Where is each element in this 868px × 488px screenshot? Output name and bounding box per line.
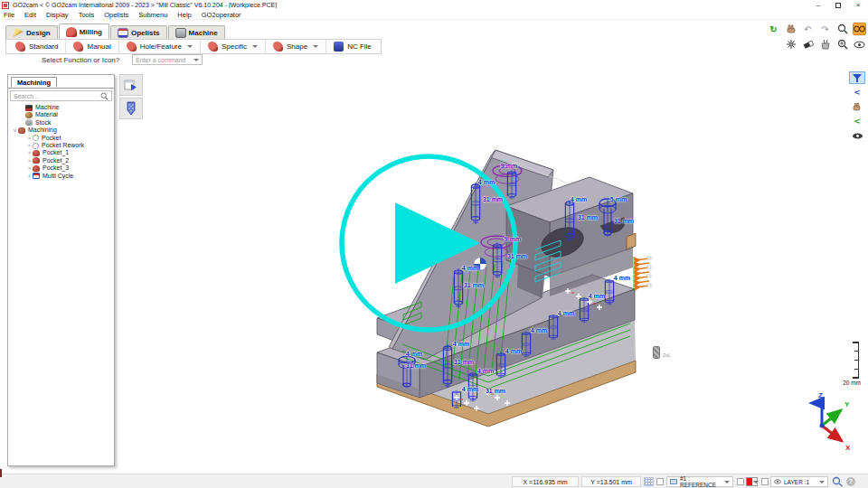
grab-tool-button[interactable] — [849, 100, 865, 113]
tree-node-icon — [18, 127, 25, 134]
pan-hand-icon[interactable] — [784, 23, 797, 35]
command-prompt-label: Select Function or Icon? — [42, 56, 119, 64]
tree-node-icon — [25, 105, 33, 111]
brush-cup-icon[interactable] — [818, 38, 832, 51]
window-title: GO2cam < © GO2cam International 2009 - 2… — [13, 2, 808, 8]
tree-node[interactable]: > Pocket — [8, 135, 114, 142]
statusbar: X =116.935 mm Y =13.501 mm #1 : REFERENC… — [0, 474, 868, 488]
tool-manager-button[interactable] — [119, 98, 143, 119]
toolbar-button[interactable]: Specific — [201, 40, 266, 53]
filter-button[interactable] — [849, 71, 865, 84]
menu-item[interactable]: Display — [46, 11, 69, 19]
search-icon — [100, 92, 108, 100]
ribbon-tab[interactable]: Opelists — [110, 25, 167, 39]
titlebar: GO2cam < © GO2cam International 2009 - 2… — [0, 0, 868, 10]
chevron-down-icon[interactable] — [193, 59, 199, 61]
zoom-icon[interactable] — [835, 23, 849, 35]
step-back-button[interactable]: < — [849, 115, 865, 127]
chevron-down-icon[interactable] — [724, 481, 730, 483]
view-icon-cluster: ↻ ↶ ↷ — [758, 23, 866, 53]
simulation-play-button[interactable] — [119, 74, 143, 96]
tree-node[interactable]: Machine — [8, 104, 114, 111]
expander-icon[interactable]: > — [26, 149, 33, 156]
refresh-icon[interactable]: ↻ — [767, 23, 780, 35]
tree-node[interactable]: Stock — [8, 119, 114, 127]
expander-icon[interactable]: > — [26, 135, 33, 142]
glasses-icon[interactable] — [853, 23, 866, 35]
cursor-y-readout: Y =13.501 mm — [581, 476, 641, 487]
panel-tab-machining[interactable]: Machining — [11, 77, 57, 88]
tree-node[interactable]: > Pocket_1 — [8, 149, 114, 156]
app-icon — [2, 2, 9, 9]
maximize-button[interactable] — [828, 0, 848, 10]
approach-arrows — [636, 257, 651, 287]
plane-icon — [670, 479, 677, 484]
undo-icon[interactable]: ↶ — [801, 23, 815, 35]
layer-dropdown[interactable]: LAYER :1 — [770, 476, 828, 487]
tree-search-input[interactable]: Search... — [10, 90, 112, 101]
chevron-down-icon[interactable] — [753, 481, 759, 483]
ribbon-tab[interactable]: Milling — [59, 23, 109, 39]
collapse-left-button[interactable]: < — [849, 86, 865, 99]
tree-node-icon — [33, 143, 39, 149]
menu-item[interactable]: Help — [177, 11, 191, 19]
tool-icon — [73, 42, 83, 52]
tree-node[interactable]: v Machining — [8, 127, 114, 134]
hide-element-button[interactable] — [849, 129, 865, 142]
toolbar-button[interactable]: Shape — [266, 40, 326, 53]
expander-icon[interactable]: > — [26, 173, 33, 180]
toolbar-button[interactable]: Manual — [66, 40, 118, 53]
command-combobox[interactable]: Enter a command — [132, 54, 203, 65]
menu-item[interactable]: GO2operator — [202, 11, 241, 19]
menu-item[interactable]: File — [4, 11, 14, 19]
command-row: Select Function or Icon? Enter a command — [0, 52, 362, 69]
expander-icon[interactable]: > — [26, 142, 33, 149]
expander-icon[interactable]: > — [26, 157, 33, 164]
grid-toggle-icon[interactable] — [644, 477, 654, 486]
reference-dropdown[interactable]: #1 : REFERENCE — [666, 476, 733, 487]
visibility-eye-icon[interactable] — [853, 38, 866, 51]
chevron-down-icon[interactable] — [252, 45, 258, 48]
tree-node[interactable]: > Pocket_2 — [8, 157, 114, 164]
zoom-window-icon[interactable] — [835, 38, 849, 51]
tree-node-icon — [25, 119, 33, 126]
help-button[interactable]: ? — [846, 477, 855, 486]
menu-item[interactable]: Submenu — [138, 11, 167, 19]
tree-node[interactable]: Material — [8, 111, 114, 118]
viewport-3d[interactable] — [0, 0, 868, 488]
toolbar-button[interactable]: Standard — [8, 40, 66, 53]
selection-filter-icon[interactable] — [784, 38, 797, 51]
tree-node[interactable]: > Multi Cycle — [8, 173, 114, 180]
tree-node-icon — [25, 112, 33, 118]
minimize-button[interactable]: – — [808, 0, 828, 10]
close-button[interactable]: × — [848, 0, 868, 10]
tab-icon — [13, 28, 24, 38]
funnel-icon — [852, 73, 863, 83]
ribbon-tab[interactable]: Machine — [168, 25, 225, 39]
app-window: 4 mm 9 mm 31 mm 4 mm 5 mm 31 mm 31 mm 9 … — [0, 0, 868, 488]
expander-icon[interactable]: v — [12, 127, 18, 134]
layer-checkbox[interactable] — [761, 478, 769, 485]
chevron-down-icon[interactable] — [313, 45, 318, 48]
chevron-down-icon[interactable] — [819, 481, 825, 483]
color-swatch[interactable] — [746, 477, 758, 486]
layer-manager-icon[interactable] — [832, 476, 844, 488]
ribbon-tab[interactable]: Design — [5, 25, 58, 39]
expander-icon[interactable]: > — [26, 164, 33, 172]
tree-node[interactable]: > Pocket Rework — [8, 142, 114, 149]
reference-checkbox[interactable] — [656, 478, 664, 485]
color-checkbox[interactable] — [737, 478, 744, 485]
chevron-down-icon[interactable] — [187, 45, 193, 48]
redo-icon[interactable]: ↷ — [818, 23, 832, 35]
tool-icon — [273, 42, 283, 52]
menu-item[interactable]: Edit — [24, 11, 36, 19]
menu-item[interactable]: Opelists — [104, 11, 128, 19]
toolbar-button[interactable]: NC File — [326, 40, 379, 53]
toolbar-button[interactable]: Hole/Feature — [119, 40, 201, 53]
eraser-icon[interactable] — [801, 38, 815, 51]
tree-node[interactable]: > Pocket_3 — [8, 164, 114, 172]
menu-item[interactable]: Tools — [79, 11, 95, 19]
cursor-x-readout: X =116.935 mm — [512, 476, 579, 487]
tree-node-icon — [33, 165, 40, 172]
origin-marker — [474, 258, 486, 270]
